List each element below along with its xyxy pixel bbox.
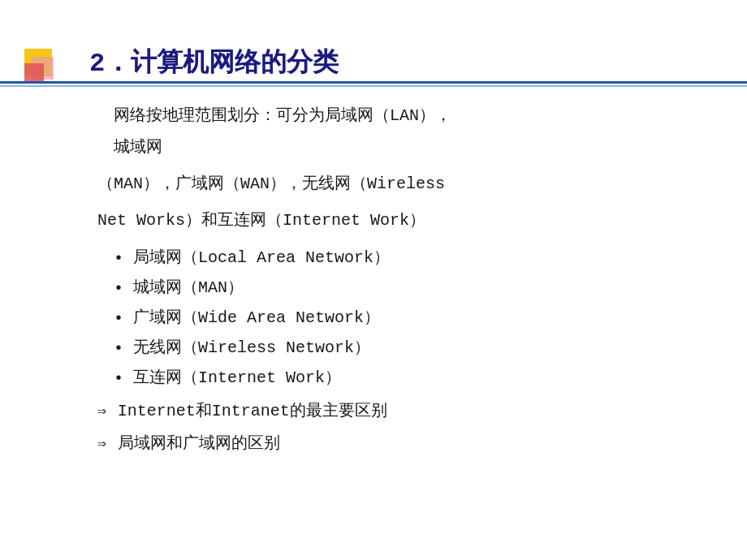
slide-content: 2．计算机网络的分类 网络按地理范围划分：可分为局域网（LAN）， 城域网 （M… (49, 45, 698, 456)
slide: 2．计算机网络的分类 网络按地理范围划分：可分为局域网（LAN）， 城域网 （M… (0, 0, 747, 560)
bullet-dot-icon: • (114, 337, 123, 361)
bullet-text: 互连网（Internet Work） (133, 366, 341, 390)
arrow-list: ⇒Internet和Intranet的最主要区别⇒局域网和广域网的区别 (97, 399, 698, 456)
bullet-list: •局域网（Local Area Network）•城域网（MAN）•广域网（Wi… (114, 246, 698, 391)
arrow-text: 局域网和广域网的区别 (118, 432, 280, 456)
deco-squares (24, 49, 73, 97)
paragraph2-line1: （MAN），广域网（WAN），无线网（Wireless (97, 171, 698, 196)
arrow-text: Internet和Intranet的最主要区别 (118, 399, 387, 424)
bullet-text: 无线网（Wireless Network） (133, 336, 370, 360)
paragraph1-line1: 网络按地理范围划分：可分为局域网（LAN）， (114, 103, 698, 128)
bullet-text: 城域网（MAN） (133, 276, 244, 300)
bullet-item: •广域网（Wide Area Network） (114, 306, 698, 331)
paragraph1-line2: 城域网 (114, 135, 698, 160)
top-line (0, 81, 747, 84)
bullet-dot-icon: • (114, 277, 123, 301)
bullet-dot-icon: • (114, 247, 123, 271)
bullet-text: 局域网（Local Area Network） (133, 246, 390, 270)
bullet-dot-icon: • (114, 307, 123, 331)
paragraph2-line2: Net Works）和互连网（Internet Work） (97, 208, 698, 233)
bullet-text: 广域网（Wide Area Network） (133, 306, 380, 330)
bullet-item: •城域网（MAN） (114, 276, 698, 301)
slide-title: 2．计算机网络的分类 (89, 45, 698, 80)
arrow-item: ⇒局域网和广域网的区别 (97, 432, 698, 456)
bullet-dot-icon: • (114, 367, 123, 391)
arrow-icon: ⇒ (97, 433, 106, 455)
bullet-item: •局域网（Local Area Network） (114, 246, 698, 271)
red-square (24, 63, 44, 83)
bottom-line (0, 85, 747, 87)
bullet-item: •互连网（Internet Work） (114, 366, 698, 391)
arrow-icon: ⇒ (97, 401, 106, 423)
arrow-item: ⇒Internet和Intranet的最主要区别 (97, 399, 698, 424)
bullet-item: •无线网（Wireless Network） (114, 336, 698, 361)
